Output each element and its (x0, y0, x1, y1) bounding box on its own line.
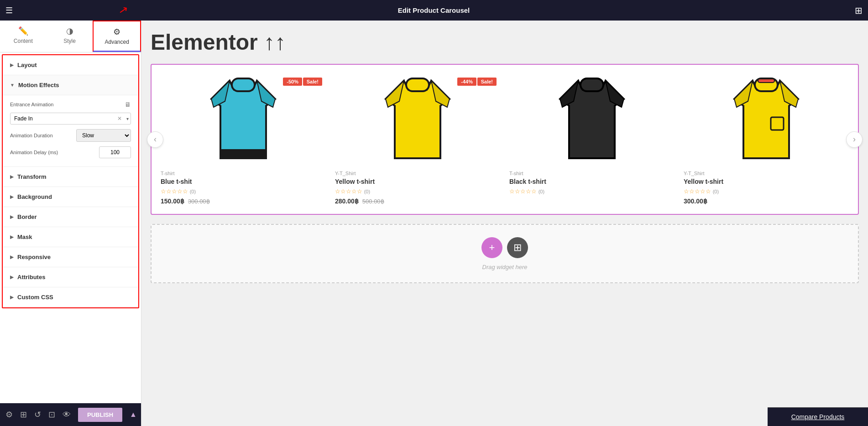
carousel-nav-left[interactable]: ‹ (147, 131, 163, 148)
settings-icon[interactable]: ⚙ (5, 410, 13, 420)
tshirt-svg-yellow (381, 76, 454, 163)
tab-content-label: Content (14, 38, 33, 44)
price-current-2: 280.00฿ (335, 197, 359, 205)
product-reviews-1: (0) (190, 189, 196, 194)
section-border[interactable]: ▶ Border (3, 207, 138, 227)
price-row-2: 280.00฿ 500.00฿ (335, 197, 500, 205)
product-category-2: Y-T_Shirt (335, 171, 500, 176)
animation-delay-input[interactable] (99, 146, 131, 158)
responsive-icon[interactable]: ⊡ (48, 410, 55, 420)
chevron-layout: ▶ (10, 62, 14, 68)
tab-style-label: Style (63, 38, 76, 44)
content-icon: ✏️ (18, 26, 28, 36)
page-title: Elementor ↑↑ (151, 30, 859, 55)
tab-bar: ✏️ Content ◑ Style ⚙ Advanced (0, 21, 141, 52)
grid-icon[interactable]: ⊞ (855, 5, 863, 16)
section-attributes[interactable]: ▶ Attributes (3, 267, 138, 287)
tab-style[interactable]: ◑ Style (47, 21, 93, 52)
section-background-label: Background (17, 193, 52, 200)
select-clear-icon[interactable]: ✕ (117, 115, 122, 122)
product-category-1: T-shirt (161, 171, 326, 176)
product-image-4 (684, 74, 849, 165)
section-transform-label: Transform (17, 173, 47, 180)
chevron-background: ▶ (10, 194, 14, 199)
section-layout[interactable]: ▶ Layout (3, 55, 138, 75)
svg-rect-1 (232, 78, 255, 91)
panel-inner: ▶ Layout ▼ Motion Effects Entrance Anima… (2, 54, 139, 308)
section-layout-label: Layout (17, 62, 37, 68)
chevron-motion: ▼ (10, 83, 15, 88)
price-row-1: 150.00฿ 300.00฿ (161, 197, 326, 205)
main-layout: ✏️ Content ◑ Style ⚙ Advanced ▶ Layout (0, 21, 868, 426)
product-name-4: Yellow t-shirt (684, 178, 849, 185)
compare-products-bar[interactable]: Compare Products (768, 407, 868, 426)
entrance-animation-icon: 🖥 (125, 101, 131, 108)
top-bar: ☰ Edit Product Carousel ⊞ ↗ (0, 0, 868, 21)
animation-duration-select[interactable]: Slow Normal Fast (76, 129, 131, 142)
product-card-3: T-shirt Black t-shirt ☆☆☆☆☆ (0) (509, 74, 675, 205)
history-icon[interactable]: ↺ (34, 410, 41, 420)
add-widget-button[interactable]: + (481, 237, 502, 258)
left-panel: ✏️ Content ◑ Style ⚙ Advanced ▶ Layout (0, 21, 141, 426)
tab-advanced-label: Advanced (105, 39, 129, 45)
carousel-nav-right[interactable]: › (846, 131, 863, 148)
section-background[interactable]: ▶ Background (3, 187, 138, 207)
section-border-label: Border (17, 213, 37, 220)
section-motion-effects[interactable]: ▼ Motion Effects (3, 75, 138, 95)
product-stars-2: ☆☆☆☆☆ (0) (335, 188, 500, 195)
product-image-2 (335, 74, 500, 165)
chevron-mask: ▶ (10, 234, 14, 239)
section-mask[interactable]: ▶ Mask (3, 227, 138, 247)
section-responsive-label: Responsive (17, 254, 51, 260)
product-card-1: -50% Sale! T-shirt Blue t-shit ☆☆☆☆☆ (0)… (161, 74, 326, 205)
product-badge-percent-2: -44% (457, 78, 476, 86)
entrance-animation-select[interactable]: Fade In Fade Out Slide In (10, 113, 131, 125)
chevron-attributes: ▶ (10, 275, 14, 280)
layers-icon[interactable]: ⊞ (20, 410, 27, 420)
publish-button[interactable]: PUBLISH (78, 408, 122, 422)
section-transform[interactable]: ▶ Transform (3, 167, 138, 187)
product-image-wrap-4 (684, 74, 849, 165)
animation-duration-row: Animation Duration Slow Normal Fast (10, 129, 131, 142)
product-stars-1: ☆☆☆☆☆ (0) (161, 188, 326, 195)
menu-icon[interactable]: ☰ (5, 5, 13, 16)
bottom-toolbar: ⚙ ⊞ ↺ ⊡ 👁 PUBLISH ▲ (0, 403, 141, 426)
collapse-handle[interactable]: ◀ (141, 214, 141, 233)
product-category-3: T-shirt (509, 171, 675, 176)
motion-effects-body: Entrance Animation 🖥 Fade In Fade Out Sl… (3, 95, 138, 167)
svg-rect-16 (771, 117, 784, 130)
red-arrow-indicator: ↗ (118, 3, 129, 17)
compare-products-label: Compare Products (791, 413, 845, 421)
product-carousel: ‹ › (151, 64, 859, 215)
product-reviews-2: (0) (364, 189, 370, 194)
tshirt-svg-yellow2 (730, 76, 803, 163)
svg-rect-6 (406, 78, 429, 91)
drop-zone-icons: + ⊞ (481, 237, 528, 258)
product-badge-sale-1: Sale! (303, 78, 322, 86)
animation-duration-label: Animation Duration (10, 133, 73, 138)
svg-rect-15 (758, 79, 774, 83)
section-custom-css[interactable]: ▶ Custom CSS (3, 287, 138, 307)
tshirt-svg-blue (207, 76, 280, 163)
product-name-1: Blue t-shit (161, 178, 326, 185)
chevron-transform: ▶ (10, 174, 14, 179)
entrance-animation-select-row: Fade In Fade Out Slide In ✕ ▾ (10, 113, 131, 125)
eye-icon[interactable]: 👁 (63, 410, 71, 420)
section-responsive[interactable]: ▶ Responsive (3, 247, 138, 267)
tab-content[interactable]: ✏️ Content (0, 21, 47, 52)
product-image-wrap-3 (509, 74, 675, 165)
tab-advanced[interactable]: ⚙ Advanced (93, 21, 141, 52)
section-motion-label: Motion Effects (18, 82, 59, 88)
browse-widget-button[interactable]: ⊞ (507, 237, 528, 258)
product-stars-3: ☆☆☆☆☆ (0) (509, 188, 675, 195)
svg-rect-10 (580, 78, 603, 91)
section-attributes-label: Attributes (17, 274, 45, 281)
product-reviews-4: (0) (713, 189, 719, 194)
product-image-3 (509, 74, 675, 165)
drop-zone[interactable]: + ⊞ Drag widget here (151, 224, 859, 283)
price-row-4: 300.00฿ (684, 197, 849, 205)
section-mask-label: Mask (17, 234, 32, 240)
product-reviews-3: (0) (539, 189, 544, 194)
product-image-1 (161, 74, 326, 165)
chevron-up-icon[interactable]: ▲ (130, 410, 137, 419)
